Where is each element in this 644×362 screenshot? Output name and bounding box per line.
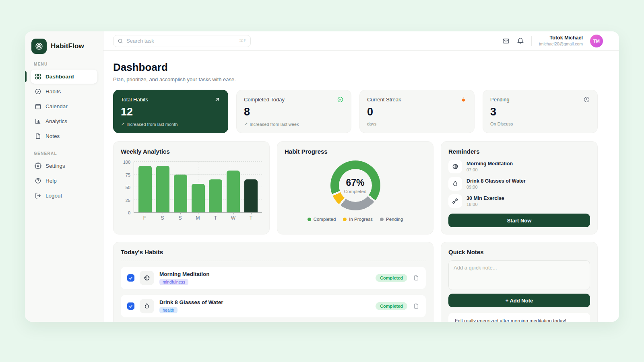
habit-row[interactable]: Morning Meditation mindfulness Completed [121, 267, 426, 289]
legend-item: In Progress [343, 217, 373, 222]
sidebar-item-label: Settings [45, 163, 65, 169]
search-icon [118, 38, 123, 44]
droplet-icon [448, 177, 462, 191]
legend-item: Completed [308, 217, 336, 222]
document-icon [35, 133, 41, 140]
habitflow-logo-icon [31, 39, 47, 54]
reminders-card: Reminders Morning Meditation07:00 [441, 141, 598, 234]
todays-habits-title: Today's Habits [121, 249, 426, 255]
avatar[interactable]: TM [590, 35, 603, 47]
reminder-item[interactable]: Drink 8 Glasses of Water09:00 [448, 177, 590, 191]
status-badge: Completed [376, 274, 407, 282]
stat-label: Total Habits [121, 97, 148, 103]
logo: HabitFlow [31, 39, 97, 54]
habit-progress-card: Habit Progress 67% Completed CompletedIn… [277, 141, 433, 234]
bar [244, 179, 258, 213]
reminder-item[interactable]: Morning Meditation07:00 [448, 160, 590, 173]
mail-icon [502, 37, 510, 45]
topbar: ⌘F Totok Michael tmichael20@gmail.com TM [103, 31, 619, 51]
bar [156, 166, 169, 212]
habit-checkbox[interactable] [127, 302, 134, 310]
weekly-analytics-title: Weekly Analytics [121, 148, 262, 155]
habit-tag: mindfulness [159, 279, 188, 285]
mail-button[interactable] [502, 37, 510, 45]
notifications-button[interactable] [517, 37, 524, 45]
reminder-time: 18:00 [466, 202, 504, 207]
quick-notes-title: Quick Notes [448, 249, 590, 255]
habit-note-button[interactable] [413, 303, 419, 309]
donut-legend: CompletedIn ProgressPending [285, 217, 426, 222]
clock-icon [583, 96, 590, 103]
bar [209, 179, 222, 213]
trend-up-icon: ↗ [244, 121, 248, 127]
stat-card-completed-today[interactable]: Completed Today 8 ↗Increased from last w… [236, 90, 351, 133]
stat-label: Pending [490, 97, 510, 103]
droplet-icon [140, 299, 154, 313]
sidebar-item-habits[interactable]: Habits [31, 84, 97, 99]
habit-row[interactable]: Drink 8 Glasses of Water health Complete… [121, 295, 426, 317]
bar [138, 166, 152, 212]
search-box[interactable]: ⌘F [113, 35, 251, 47]
sidebar-item-dashboard[interactable]: Dashboard [31, 70, 97, 84]
user-name: Totok Michael [539, 35, 583, 41]
sidebar-item-notes[interactable]: Notes [31, 129, 97, 143]
brain-icon [448, 160, 462, 173]
habit-checkbox[interactable] [127, 274, 134, 282]
sidebar-item-analytics[interactable]: Analytics [31, 114, 97, 128]
search-shortcut: ⌘F [239, 38, 246, 43]
quick-note-input[interactable] [448, 260, 590, 290]
dashboard-grid-icon [35, 73, 41, 80]
calendar-icon [35, 103, 41, 110]
middle-row: Weekly Analytics 0255075100 FSSMTWT Habi… [113, 141, 598, 234]
add-note-button[interactable]: + Add Note [448, 294, 590, 307]
sidebar-item-help[interactable]: Help [31, 174, 97, 188]
legend-item: Pending [380, 217, 403, 222]
sidebar-item-label: Analytics [45, 118, 67, 124]
bar [227, 171, 240, 212]
reminder-time: 09:00 [466, 185, 526, 189]
habit-title: Morning Meditation [159, 271, 209, 277]
dashboard-content: Dashboard Plan, prioritize, and accompli… [103, 51, 598, 322]
stat-note: Increased from last week [250, 122, 299, 127]
stat-value: 8 [244, 106, 344, 118]
bar [192, 184, 205, 212]
stat-label: Current Streak [367, 97, 401, 103]
check-circle-icon [337, 96, 344, 103]
start-now-button[interactable]: Start Now [448, 214, 590, 227]
main-area: ⌘F Totok Michael tmichael20@gmail.com TM… [103, 31, 619, 322]
stat-note: On Discuss [490, 121, 513, 126]
stat-card-current-streak[interactable]: Current Streak 0 days [359, 90, 475, 133]
page-title: Dashboard [113, 61, 598, 74]
bottom-row: Today's Habits Morning Meditation mindfu… [113, 242, 598, 322]
reminder-title: Morning Meditation [466, 161, 513, 167]
stat-note: days [367, 121, 376, 126]
donut-center-label: Completed [344, 189, 367, 194]
flame-icon [460, 96, 467, 103]
check-circle-icon [35, 88, 41, 95]
stats-row: Total Habits 12 ↗Increased from last mon… [113, 90, 598, 133]
sidebar-item-label: Calendar [45, 103, 68, 109]
sidebar-item-logout[interactable]: Logout [31, 189, 97, 203]
habit-note-button[interactable] [413, 275, 419, 281]
habit-progress-title: Habit Progress [285, 148, 426, 155]
sidebar-item-calendar[interactable]: Calendar [31, 99, 97, 113]
search-input[interactable] [126, 38, 236, 44]
reminder-title: 30 Min Exercise [466, 195, 504, 201]
stat-card-pending[interactable]: Pending 3 On Discuss [483, 90, 598, 133]
logout-icon [35, 192, 41, 199]
menu-section-label: MENU [34, 62, 97, 66]
sidebar-item-settings[interactable]: Settings [31, 159, 97, 173]
app-title: HabitFlow [51, 42, 84, 50]
note-item: Felt really energized after morning medi… [448, 313, 590, 322]
stat-card-total-habits[interactable]: Total Habits 12 ↗Increased from last mon… [113, 90, 228, 133]
sidebar-item-label: Dashboard [45, 74, 74, 80]
document-icon [413, 303, 419, 309]
habit-title: Drink 8 Glasses of Water [159, 299, 223, 305]
donut-center-value: 67% [346, 177, 364, 188]
divider [121, 261, 426, 261]
weekly-analytics-card: Weekly Analytics 0255075100 FSSMTWT [113, 141, 270, 234]
sidebar-item-label: Logout [45, 193, 62, 199]
status-badge: Completed [376, 302, 407, 310]
topbar-divider [531, 36, 532, 46]
reminder-item[interactable]: 30 Min Exercise18:00 [448, 194, 590, 208]
